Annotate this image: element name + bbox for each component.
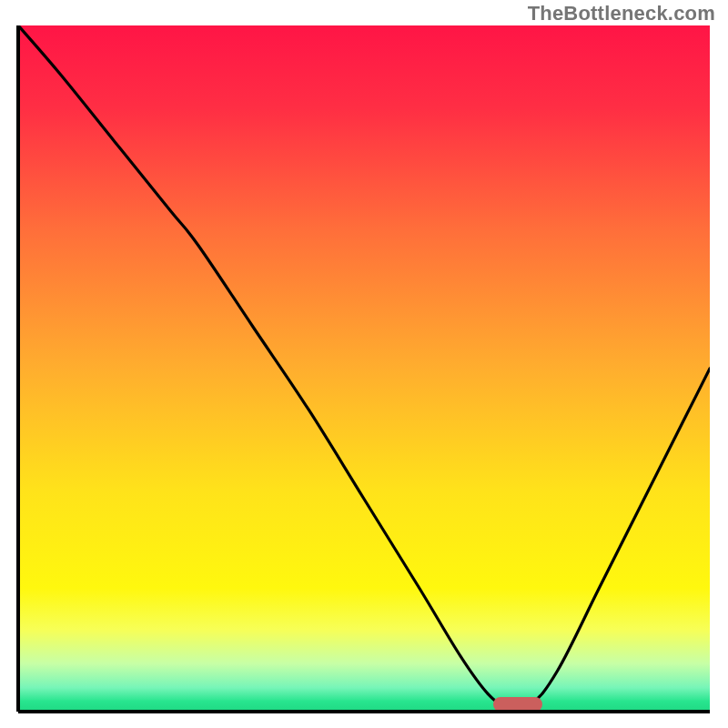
- chart-container: TheBottleneck.com: [0, 0, 728, 728]
- axes: [0, 0, 728, 728]
